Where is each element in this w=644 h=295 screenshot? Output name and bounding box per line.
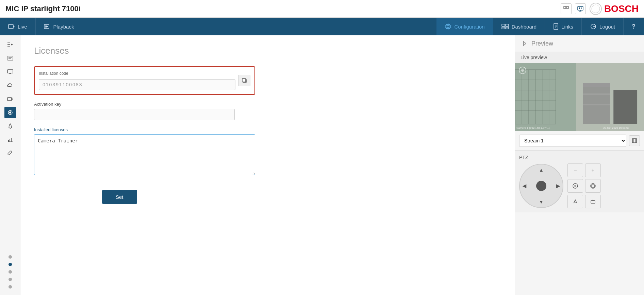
installation-code-section: Installation code (34, 66, 501, 95)
ptz-iris-close-btn[interactable] (567, 179, 583, 193)
ptz-section: PTZ ▲ ▼ ◀ ▶ − + (515, 150, 644, 212)
list-icon (7, 56, 13, 60)
wrench-icon (7, 151, 13, 156)
app-title: MIC IP starlight 7100i (5, 4, 81, 13)
ptz-focus-near-btn[interactable] (567, 195, 583, 208)
nav-live-label: Live (18, 24, 27, 30)
nav-links[interactable]: Links (545, 18, 582, 35)
sidebar-collapse-btn[interactable] (4, 39, 16, 50)
nav-links-label: Links (561, 24, 573, 30)
sidebar-dot-3[interactable] (9, 270, 12, 274)
sidebar-list-btn[interactable] (4, 52, 16, 64)
live-preview-label: Live preview (515, 52, 644, 63)
activation-key-input[interactable] (34, 109, 235, 120)
sidebar-record-btn[interactable] (4, 107, 16, 118)
ptz-wheel[interactable]: ▲ ▼ ◀ ▶ (519, 164, 563, 208)
nav-dashboard[interactable]: Dashboard (493, 18, 545, 35)
cloud-icon (7, 83, 13, 88)
installed-licenses-section: Installed licenses Camera Trainer (34, 127, 501, 176)
ptz-button-grid: − + (567, 163, 601, 208)
expand-preview-btn[interactable] (629, 135, 640, 146)
content-area: Licenses Installation code (20, 35, 515, 295)
svg-rect-18 (502, 27, 505, 29)
nav-logout[interactable]: Logout (582, 18, 624, 35)
installation-code-input-row (39, 79, 235, 90)
ptz-zoom-in-btn[interactable]: + (585, 163, 601, 177)
svg-rect-19 (506, 27, 509, 29)
svg-rect-31 (7, 56, 13, 60)
focus-near-icon (572, 198, 578, 205)
sidebar-wrench-btn[interactable] (4, 148, 16, 159)
svg-rect-37 (7, 98, 12, 101)
bosch-text: BOSCH (604, 3, 639, 14)
installed-licenses-label: Installed licenses (34, 127, 501, 132)
sidebar-dot-4[interactable] (9, 278, 12, 281)
nav-live[interactable]: Live (0, 18, 36, 35)
camera-scene-svg: Camera 1 (192.168.1.37/...) 29.Oct 2020 … (515, 63, 644, 131)
sidebar-camera-btn[interactable] (4, 93, 16, 105)
chevron-right-icon (523, 41, 526, 46)
ptz-zoom-out-btn[interactable]: − (567, 163, 583, 177)
preview-collapse-btn[interactable] (521, 39, 529, 48)
copy-button[interactable] (238, 75, 250, 86)
svg-rect-5 (579, 7, 580, 9)
ptz-center-btn[interactable] (536, 181, 546, 191)
svg-marker-11 (13, 25, 15, 28)
dashboard-icon (501, 24, 509, 29)
svg-rect-64 (583, 83, 610, 87)
ptz-down-arrow[interactable]: ▼ (539, 199, 544, 205)
configuration-icon (445, 23, 451, 30)
svg-point-9 (592, 5, 600, 13)
ptz-right-arrow[interactable]: ▶ (556, 183, 560, 189)
nav-bar: Live Playback Configuration Dashboard (0, 18, 644, 35)
sidebar-monitor-btn[interactable] (4, 66, 16, 77)
header-icons: BOSCH (561, 2, 639, 15)
nav-playback[interactable]: Playback (36, 18, 83, 35)
installation-code-input[interactable] (39, 79, 235, 90)
svg-point-68 (521, 69, 524, 72)
svg-point-75 (574, 185, 576, 187)
sidebar-dot-5[interactable] (9, 285, 12, 289)
alert-icon (7, 123, 13, 129)
svg-rect-66 (583, 104, 610, 105)
ptz-focus-far-btn[interactable] (585, 195, 601, 208)
sidebar-cloud-btn[interactable] (4, 80, 16, 91)
bosch-emblem-icon (589, 2, 602, 15)
svg-rect-0 (564, 6, 566, 8)
monitor-header-icon-btn[interactable] (575, 3, 586, 14)
logout-icon (590, 23, 597, 30)
sidebar-alert-btn[interactable] (4, 120, 16, 132)
nav-configuration[interactable]: Configuration (436, 18, 493, 35)
svg-rect-71 (632, 139, 637, 143)
window-icon-btn[interactable] (561, 3, 572, 14)
nav-playback-label: Playback (53, 24, 74, 30)
ptz-iris-open-btn[interactable] (585, 179, 601, 193)
svg-marker-13 (46, 25, 48, 28)
installed-licenses-textarea[interactable]: Camera Trainer (34, 134, 255, 175)
left-sidebar (0, 35, 20, 295)
bosch-logo: BOSCH (589, 2, 639, 15)
focus-far-icon (590, 198, 596, 205)
svg-rect-20 (554, 23, 558, 30)
svg-rect-47 (242, 79, 246, 82)
installation-code-label: Installation code (39, 71, 235, 76)
nav-help[interactable]: ? (624, 18, 644, 35)
svg-rect-65 (583, 93, 610, 95)
activation-key-label: Activation key (34, 102, 501, 107)
svg-rect-80 (591, 201, 595, 203)
ptz-left-arrow[interactable]: ◀ (523, 183, 526, 189)
sidebar-dot-2[interactable] (9, 263, 12, 266)
camera-icon (7, 97, 13, 101)
stream-select[interactable]: Stream 1 Stream 2 (519, 135, 626, 147)
nav-logout-label: Logout (599, 24, 615, 30)
svg-marker-30 (11, 44, 13, 46)
sidebar-dot-1[interactable] (9, 255, 12, 259)
set-button[interactable]: Set (102, 190, 137, 204)
ptz-controls: ▲ ▼ ◀ ▶ − + (519, 163, 640, 208)
sidebar-chart-btn[interactable] (4, 134, 16, 145)
ptz-up-arrow[interactable]: ▲ (539, 167, 544, 173)
monitor-icon (7, 69, 13, 74)
page-title: Licenses (34, 46, 501, 56)
links-icon (553, 23, 559, 30)
right-panel: Preview Live preview (515, 35, 644, 295)
